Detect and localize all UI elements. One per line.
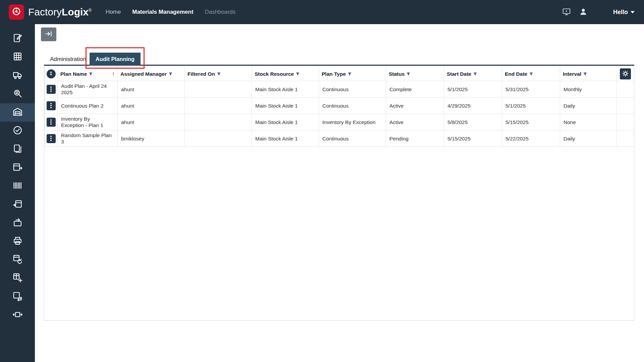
sidebar-item-kitting[interactable] — [0, 48, 35, 66]
column-header-plan-name[interactable]: Plan Name ↑ — [58, 67, 118, 81]
cell-assigned-manager: ahunt — [118, 114, 185, 130]
nav-materials-management[interactable]: Materials Management — [132, 9, 193, 15]
cell-assigned-manager: bmiklosey — [118, 130, 185, 147]
filter-icon[interactable] — [217, 72, 221, 76]
person-icon — [579, 7, 588, 17]
kebab-icon — [50, 88, 52, 90]
sidebar-item-table-import[interactable] — [0, 195, 35, 214]
sidebar-item-receiving[interactable] — [0, 66, 35, 85]
sidebar-item-transfer[interactable] — [0, 306, 35, 324]
column-header-plan-type[interactable]: Plan Type — [319, 67, 386, 81]
cell-end-date: 5/22/2025 — [502, 130, 560, 147]
truck-icon — [12, 70, 23, 81]
sidebar-item-table-add[interactable] — [0, 269, 35, 288]
gear-icon — [622, 70, 629, 78]
tab-administration[interactable]: Administration — [49, 53, 88, 66]
column-header-status[interactable]: Status — [386, 67, 444, 81]
tab-bar: Administration Audit Planning — [44, 53, 634, 66]
column-header-start-date[interactable]: Start Date — [444, 67, 502, 81]
cell-end-date: 5/31/2025 — [502, 81, 560, 98]
cell-assigned-manager: ahunt — [118, 98, 185, 114]
vertical-arrows-icon — [48, 71, 54, 77]
barcode-icon — [12, 180, 23, 192]
filter-icon[interactable] — [473, 72, 477, 76]
filter-icon[interactable] — [348, 72, 352, 76]
row-menu-button[interactable] — [47, 118, 56, 127]
cell-filtered-on — [185, 114, 252, 130]
column-header-expand — [45, 67, 58, 81]
filter-icon[interactable] — [296, 72, 300, 76]
cell-start-date: 5/1/2025 — [444, 81, 502, 98]
sidebar-item-warehouse[interactable] — [0, 103, 35, 122]
filter-icon[interactable] — [529, 72, 533, 76]
row-menu-button[interactable] — [47, 134, 56, 143]
printer-icon — [12, 236, 23, 247]
sidebar-item-table-export[interactable] — [0, 159, 35, 177]
sidebar-item-stock-search[interactable] — [0, 85, 35, 103]
top-nav: Home Materials Management Dashboards — [106, 9, 235, 15]
row-menu-button[interactable] — [47, 101, 56, 110]
table-row[interactable]: Inventory By Exception - Plan 1 ahunt Ma… — [45, 114, 634, 130]
column-header-stock-resource[interactable]: Stock Resource — [252, 67, 319, 81]
table-row[interactable]: Random Sample Plan 3 bmiklosey Main Stoc… — [45, 130, 634, 147]
factorylogix-logo[interactable] — [9, 4, 24, 20]
table-refresh-icon — [12, 254, 23, 266]
column-header-assigned-manager[interactable]: Assigned Manager — [118, 67, 185, 81]
cell-actions — [616, 98, 634, 114]
nav-dashboards[interactable]: Dashboards — [205, 9, 236, 15]
sidebar-item-print[interactable] — [0, 232, 35, 251]
expand-all-button[interactable] — [47, 69, 56, 78]
table-row[interactable]: Audit Plan - April 24 2025 ahunt Main St… — [45, 81, 634, 98]
sidebar-item-putaway[interactable] — [0, 214, 35, 232]
sidebar-item-audit[interactable] — [0, 122, 35, 140]
cell-status: Pending — [386, 130, 444, 147]
filter-icon[interactable] — [89, 72, 93, 76]
collapse-panel-button[interactable] — [41, 27, 56, 41]
remote-display-button[interactable] — [561, 6, 572, 18]
documents-icon — [12, 143, 23, 155]
cell-stock-resource: Main Stock Aisle 1 — [252, 81, 319, 98]
arrow-to-bar-icon — [45, 30, 53, 39]
sidebar-item-table-refresh[interactable] — [0, 251, 35, 269]
sidebar-item-table-sync[interactable] — [0, 288, 35, 306]
clipboard-pencil-icon — [12, 33, 23, 45]
transfer-arrows-icon — [12, 309, 23, 321]
cell-filtered-on — [185, 98, 252, 114]
filter-icon[interactable] — [169, 72, 172, 76]
column-header-settings — [616, 67, 634, 81]
table-header-row: Plan Name ↑ Assigned Manager — [45, 67, 634, 81]
top-bar-right: Hello — [555, 6, 644, 18]
nav-home[interactable]: Home — [106, 9, 121, 15]
sort-ascending-icon[interactable]: ↑ — [112, 71, 115, 77]
column-header-filtered-on[interactable]: Filtered On — [185, 67, 252, 81]
tab-audit-planning[interactable]: Audit Planning — [90, 53, 141, 66]
cell-status: Complete — [386, 81, 444, 98]
cell-filtered-on — [185, 81, 252, 98]
cell-end-date: 5/1/2025 — [502, 98, 560, 114]
scan-search-icon — [12, 88, 23, 100]
cell-actions — [616, 130, 634, 147]
cell-interval: None — [560, 114, 616, 130]
sidebar-item-work-orders[interactable] — [0, 29, 35, 48]
top-bar: FactoryLogix® Home Materials Management … — [0, 0, 644, 24]
kebab-icon — [50, 138, 52, 139]
cell-plan-type: Continuous — [319, 130, 386, 147]
logo-aperture-icon — [11, 6, 22, 18]
column-header-end-date[interactable]: End Date — [502, 67, 560, 81]
cell-row-menu — [45, 98, 58, 114]
cell-plan-type: Continuous — [319, 81, 386, 98]
column-header-interval[interactable]: Interval — [560, 67, 616, 81]
filter-icon[interactable] — [407, 72, 410, 76]
filter-icon[interactable] — [583, 72, 587, 76]
sidebar-item-documents[interactable] — [0, 140, 35, 159]
cell-plan-name: Random Sample Plan 3 — [58, 130, 118, 147]
cell-end-date: 5/15/2025 — [502, 114, 560, 130]
user-greeting-dropdown[interactable]: Hello — [613, 9, 635, 16]
table-row[interactable]: Continuous Plan 2 ahunt Main Stock Aisle… — [45, 98, 634, 114]
cell-assigned-manager: ahunt — [118, 81, 185, 98]
row-menu-button[interactable] — [47, 85, 56, 94]
user-account-button[interactable] — [578, 6, 589, 18]
table-settings-button[interactable] — [620, 68, 631, 79]
cell-row-menu — [45, 130, 58, 147]
sidebar-item-barcode[interactable] — [0, 177, 35, 195]
